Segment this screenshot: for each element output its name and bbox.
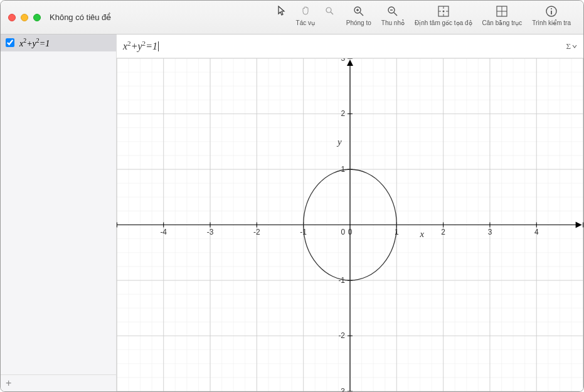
svg-point-0 [326,8,331,13]
equalize-axes-label: Cân bằng trục [482,19,523,26]
titlebar: Không có tiêu đề [1,1,583,34]
equation-text: x2+y2=1 [19,37,50,49]
svg-point-19 [551,8,552,9]
magnifier-icon [322,4,336,17]
text-cursor [158,41,159,51]
fullscreen-icon[interactable] [33,14,41,21]
actions-label: Tác vụ [296,19,315,26]
minimize-icon[interactable] [21,14,28,21]
zoom-in-icon [352,4,366,18]
close-icon[interactable] [8,14,16,21]
svg-point-10 [442,11,444,13]
toolbar: Tác vụ Phóng to Thu nhỏ Định tâm gốc tọa… [270,1,576,34]
equalize-axes-icon [495,4,509,18]
pointer-tool-button[interactable] [270,3,294,18]
info-icon [544,4,558,18]
add-equation-button[interactable]: + [1,374,116,391]
window-title: Không có tiêu đề [50,13,111,22]
zoom-out-icon [386,4,400,18]
svg-text:3: 3 [341,58,345,63]
hand-tool-button[interactable] [294,3,317,18]
svg-text:-4: -4 [160,228,167,236]
formula-text: x2+y2=1 [123,40,157,52]
equation-visibility-checkbox[interactable] [6,38,14,47]
inspector-button[interactable]: Trình kiểm tra [527,3,576,32]
graph-area[interactable]: -4-3-2-101234-3-2-11230xy [117,58,583,391]
equalize-axes-button[interactable]: Cân bằng trục [477,3,528,32]
zoom-out-button[interactable]: Thu nhỏ [376,3,410,32]
svg-text:y: y [336,137,342,147]
svg-text:-2: -2 [338,331,345,340]
sidebar: x2+y2=1 + [1,34,117,391]
svg-line-3 [360,13,363,16]
svg-text:-1: -1 [338,276,345,285]
sigma-icon: Σ [566,41,571,51]
inspector-label: Trình kiểm tra [532,19,571,26]
graph-canvas: -4-3-2-101234-3-2-11230xy [117,58,583,391]
svg-line-1 [331,12,333,14]
formula-bar[interactable]: x2+y2=1 Σ [117,34,583,58]
svg-line-7 [394,13,397,16]
svg-text:4: 4 [534,228,539,236]
svg-text:0: 0 [341,228,345,236]
svg-text:2: 2 [341,109,345,118]
zoom-in-button[interactable]: Phóng to [341,3,376,32]
hand-icon [299,4,312,17]
plus-icon: + [6,378,11,388]
svg-text:x: x [419,229,424,239]
equation-list-item[interactable]: x2+y2=1 [1,34,116,51]
sigma-menu-button[interactable]: Σ [566,41,577,51]
svg-text:-3: -3 [338,387,345,391]
window-controls [8,14,41,21]
center-origin-icon [437,4,450,18]
svg-text:-2: -2 [253,228,260,236]
center-origin-button[interactable]: Định tâm gốc tọa độ [410,3,477,32]
svg-text:3: 3 [488,228,492,236]
svg-text:-3: -3 [207,228,214,236]
svg-text:2: 2 [441,228,445,236]
zoom-select-tool-button[interactable] [317,3,341,18]
zoom-in-label: Phóng to [346,19,371,26]
zoom-out-label: Thu nhỏ [381,19,405,26]
chevron-down-icon [572,44,577,49]
pointer-icon [275,4,289,17]
center-origin-label: Định tâm gốc tọa độ [415,19,472,26]
svg-text:0: 0 [348,228,353,236]
